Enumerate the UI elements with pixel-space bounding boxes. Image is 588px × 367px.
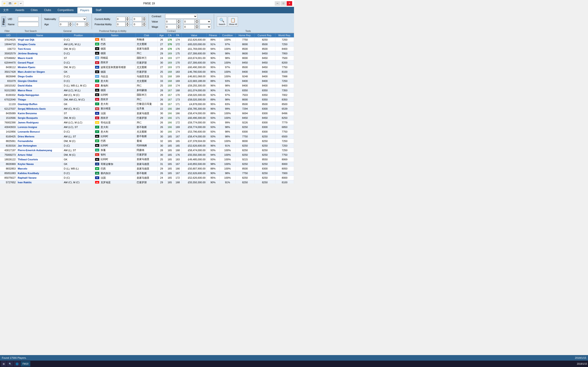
value-max-up[interactable]: ▲: [195, 19, 199, 22]
cell-pa: 170: [174, 93, 182, 97]
table-row[interactable]: 8169425 Dries Mertens AM (L), ST BE 比利时 …: [0, 134, 294, 139]
maximize-button[interactable]: □: [281, 1, 286, 6]
age-min-up[interactable]: ▲: [69, 22, 72, 24]
table-row[interactable]: 8150316 Jan Vertonghen D (C) BE 比利时 托特纳姆…: [0, 143, 294, 148]
search-button[interactable]: 🔍 Search: [217, 17, 227, 27]
col-world-rep[interactable]: World Rep.: [275, 33, 294, 37]
wage-max-down[interactable]: ▼: [195, 27, 199, 29]
menu-clubs[interactable]: Clubs: [41, 7, 54, 13]
value-max-down[interactable]: ▼: [195, 22, 199, 24]
menu-cities[interactable]: Cities: [27, 7, 41, 13]
value-min-down[interactable]: ▼: [177, 22, 181, 24]
table-row[interactable]: 62127037 Sergej Milinkovic-Savic AM (C),…: [0, 106, 294, 111]
wage-min-down[interactable]: ▼: [177, 27, 181, 29]
table-row[interactable]: 156772 Toni Kroos DM, M (C) DE 德国 皇家马德里 …: [0, 47, 294, 51]
wage-currency-select[interactable]: [199, 25, 211, 29]
age-max-down[interactable]: ▼: [85, 24, 89, 27]
table-row[interactable]: 8435089 Karim Benzema ST FR 法国 皇家马德里 30 …: [0, 111, 294, 116]
wage-max-up[interactable]: ▲: [195, 25, 199, 27]
cell-condition: 100%: [219, 111, 235, 116]
save-icon[interactable]: 💾: [7, 1, 12, 6]
age-max-up[interactable]: ▲: [85, 22, 89, 24]
value-min-input[interactable]: [165, 19, 177, 24]
open-icon[interactable]: 📂: [13, 1, 18, 6]
age-min-down[interactable]: ▼: [69, 24, 72, 27]
table-row[interactable]: 85051083 Kalidou Koulibaly D (C) SN 塞内加尔…: [0, 171, 294, 175]
show-all-button[interactable]: 📋 Show All: [228, 17, 238, 27]
col-condition[interactable]: Condition: [219, 33, 235, 37]
col-uid[interactable]: UID: [0, 33, 17, 37]
table-row[interactable]: 8825061 Fernandinho DM, M (C) BR 巴西 曼城 3…: [0, 139, 294, 143]
cell-pa: 174: [174, 83, 182, 88]
table-row[interactable]: 37024025 Virgil van Dijk D (C) NL 荷兰 利物浦…: [0, 37, 294, 42]
col-current-rep[interactable]: Current Rep.: [254, 33, 275, 37]
col-age[interactable]: Age: [157, 33, 166, 37]
table-row[interactable]: 18026122 Thibaut Courtois GK BE 比利时 皇家马德…: [0, 157, 294, 162]
close-button[interactable]: ✕: [287, 1, 292, 6]
col-position[interactable]: Position: [63, 33, 94, 37]
value-min-up[interactable]: ▲: [177, 19, 181, 22]
menu-staff[interactable]: Staff: [93, 7, 104, 13]
ca-min-input[interactable]: [116, 17, 125, 21]
contract-select[interactable]: [165, 14, 197, 19]
age-max-input[interactable]: [76, 22, 85, 27]
ca-min-up[interactable]: ▲: [126, 17, 129, 19]
pa-min-up[interactable]: ▲: [126, 22, 129, 24]
table-row[interactable]: 11133 Gianluigi Buffon GK IT 意大利 巴黎圣日耳曼 …: [0, 102, 294, 106]
pa-min-down[interactable]: ▼: [126, 24, 129, 27]
table-row[interactable]: 43043933 Lorenzo Insigne AM (LC), ST IT …: [0, 125, 294, 129]
undo-icon[interactable]: ↩: [18, 1, 23, 6]
ca-min-down[interactable]: ▼: [126, 19, 129, 21]
col-ca[interactable]: CA: [166, 33, 174, 37]
name-input[interactable]: [18, 22, 39, 27]
value-max-input[interactable]: [183, 19, 195, 24]
table-row[interactable]: 1510566 Sergio Busquets DM, M (C) ES 西班牙…: [0, 116, 294, 120]
table-row[interactable]: 8438112 Miralem Pjanic DM, M (C) BA 波斯尼亚…: [0, 65, 294, 69]
col-pa[interactable]: PA: [174, 33, 182, 37]
col-value[interactable]: Value: [182, 33, 207, 37]
wage-min-input[interactable]: [165, 25, 177, 29]
table-row[interactable]: 35017428 Marc-André ter Stegen GK DE 德国 …: [0, 69, 294, 74]
table-row[interactable]: 35002579 Jérôme Boateng D (C) DE 德国 拜仁 2…: [0, 51, 294, 56]
ca-max-down[interactable]: ▼: [142, 19, 146, 21]
table-row[interactable]: 8832853 Marcelo D (L), WB (L) BR 巴西 皇家马德…: [0, 166, 294, 171]
wage-max-input[interactable]: [183, 25, 195, 29]
table-row[interactable]: 85075627 Raphaël Varane D (C) FR 法国 皇家马德…: [0, 175, 294, 180]
pa-max-down[interactable]: ▼: [142, 24, 146, 27]
table-row[interactable]: 67046662 Mauro Icardi ST AR 阿根廷 国际米兰 24 …: [0, 56, 294, 60]
table-row[interactable]: 5727652 Ivan Rakitic AM (C), M (C) HR 克罗…: [0, 180, 294, 184]
table-row[interactable]: 91013383 Marco Reus AM (LC), M (L) DE 德国…: [0, 88, 294, 93]
pa-max-up[interactable]: ▲: [142, 22, 146, 24]
col-fitness[interactable]: Fitness: [207, 33, 219, 37]
col-club[interactable]: Club: [136, 33, 157, 37]
menu-awards[interactable]: Awards: [12, 7, 27, 13]
menu-competitions[interactable]: Competitions: [54, 7, 77, 13]
minimize-button[interactable]: ─: [275, 1, 280, 6]
table-row[interactable]: 8826969 Keylor Navas GK CR 哥斯达黎加 皇家马德里 3…: [0, 162, 294, 166]
table-row[interactable]: 62044470 Gerard Piqué D (C) ES 西班牙 巴塞罗那 …: [0, 60, 294, 65]
value-currency-select[interactable]: [199, 19, 211, 24]
menu-players[interactable]: Players: [78, 7, 92, 13]
col-home-rep[interactable]: Home Rep.: [236, 33, 254, 37]
uid-input[interactable]: [18, 17, 39, 21]
ca-max-input[interactable]: [133, 17, 142, 21]
table-row[interactable]: 43017197 Pierre-Emerick Aubameyang AM (L…: [0, 148, 294, 152]
table-row[interactable]: 8826848 Diego Godin D (C) UY 乌拉圭 马德里竞技 3…: [0, 74, 294, 79]
age-min-input[interactable]: [59, 22, 68, 27]
col-nation[interactable]: Nation: [94, 33, 136, 37]
nationality-select[interactable]: [59, 17, 86, 21]
table-row[interactable]: 16010162 David Alaba D (L), WB (L), M (C…: [0, 83, 294, 88]
menu-file[interactable]: 文件: [0, 7, 12, 13]
pa-min-input[interactable]: [116, 22, 125, 27]
pa-max-input[interactable]: [133, 22, 142, 27]
col-name[interactable]: Name: [17, 33, 63, 37]
table-row[interactable]: 75000273 Arturo Vidal DM, M (C) CL 智利 巴塞…: [0, 152, 294, 157]
wage-min-up[interactable]: ▲: [177, 25, 181, 27]
ca-max-up[interactable]: ▲: [142, 17, 146, 19]
table-row[interactable]: 76002390 James Rodriguez AM (LC), M (LC)…: [0, 120, 294, 125]
table-row[interactable]: 1410956 Leonardo Bonucci D (C) IT 意大利 尤文…: [0, 129, 294, 134]
table-row[interactable]: 19044710 Douglas Costa AM (LR), M (L) BR…: [0, 42, 294, 47]
table-row[interactable]: 67022040 Thiago DM, AM (C), M (C) ES 西班牙…: [0, 97, 294, 102]
table-row[interactable]: 8169332 Radja Nainggolan AM (C), M (C) B…: [0, 93, 294, 97]
table-row[interactable]: 831079 Giorgio Chiellini D (C) IT 意大利 尤文…: [0, 79, 294, 83]
